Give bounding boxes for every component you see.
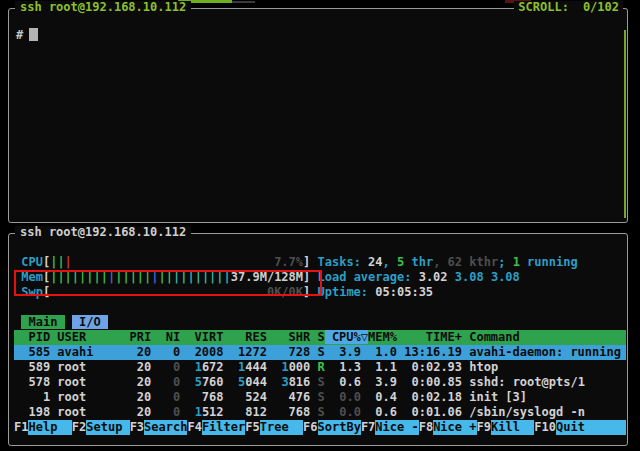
command-cell: htop [469, 360, 498, 374]
command-cell: avahi-daemon: running [469, 345, 621, 359]
stats-text: Load average: [318, 270, 419, 284]
mem-meter-label: Mem [21, 270, 43, 284]
fkey-f10-key[interactable]: F10 [534, 420, 556, 435]
fkey-f1-label[interactable]: Help [28, 420, 71, 435]
cpu-meter-value: 7.7% [274, 255, 303, 269]
mem-cell: 1.0 [368, 345, 404, 359]
pane-title: ssh root@192.168.10.112 [15, 1, 191, 14]
stats-text: , 62 kthr [433, 255, 498, 269]
fkey-f8-label[interactable]: Nice + [433, 420, 476, 435]
meter-bar-segment: |||||||| [50, 270, 108, 284]
fkey-f7-label[interactable]: Nice - [375, 420, 418, 435]
fkey-f5-label[interactable]: Tree [260, 420, 303, 435]
scroll-value: 0/102 [583, 0, 619, 14]
pri-cell: 20 [130, 405, 159, 419]
scroll-indicator: SCROLL:0/102 [514, 1, 623, 14]
pid-cell: 585 [14, 345, 57, 359]
fkey-f7-key[interactable]: F7 [361, 420, 375, 435]
pane-title: ssh root@192.168.10.112 [15, 226, 191, 239]
fkey-f8-key[interactable]: F8 [419, 420, 433, 435]
command-cell: sshd: root@pts/1 [469, 375, 585, 389]
fkey-f6-label[interactable]: SortBy [318, 420, 361, 435]
shell-prompt[interactable]: # [16, 28, 38, 43]
pid-cell: 1 [14, 390, 57, 404]
mem-meter-line: Mem[|||||||||||||||||||||||||37.9M/128M]… [14, 270, 626, 285]
fkey-f10-label[interactable]: Quit [556, 420, 626, 435]
sort-column-header[interactable]: CPU%▽ [325, 330, 368, 344]
process-row[interactable]: 1 root 20 0 768 524 476 S 0.0 0.4 0:02.1… [14, 390, 626, 405]
stats-text: 24 [368, 255, 382, 269]
meter-bar-segment: |||||||| [173, 270, 231, 284]
ni-cell: 0 [159, 405, 188, 419]
process-row[interactable]: 198 root 20 0 1512 812 768 S 0.0 0.6 0:0… [14, 405, 626, 420]
process-row[interactable]: 585 avahi 20 0 2008 1272 728 S 3.9 1.0 1… [14, 345, 626, 360]
stats-text: 3.08 [455, 270, 491, 284]
time-cell: 0:02.18 [404, 390, 469, 404]
state-cell: S [318, 405, 325, 419]
pid-cell: 589 [14, 360, 57, 374]
tab-main[interactable]: Main [21, 315, 64, 329]
spacer-line [14, 300, 626, 315]
tab-io[interactable]: I/O [72, 315, 108, 329]
fkey-f3-label[interactable]: Search [144, 420, 187, 435]
fkey-f2-label[interactable]: Setup [86, 420, 129, 435]
mem-cell: 3.9 [368, 375, 404, 389]
user-cell: avahi [57, 345, 129, 359]
header-cells: PID USER PRI NI VIRT RES SHR S [14, 330, 325, 344]
pri-cell: 20 [130, 375, 159, 389]
cpu-meter-label: CPU [21, 255, 43, 269]
stats-text: 3.02 [419, 270, 455, 284]
cpu-meter-line: CPU[||| 7.7%] Tasks: 24, 5 thr, 62 kthr;… [14, 255, 626, 270]
mem-cell: 1.1 [368, 360, 404, 374]
time-cell: 0:00.85 [404, 375, 469, 389]
stats-text: Tasks: [318, 255, 369, 269]
mem-meter-value: 37.9M/128M [231, 270, 303, 284]
process-row[interactable]: 589 root 20 0 1672 1444 1000 R 1.3 1.1 0… [14, 360, 626, 375]
stats-text: Uptime: [318, 285, 376, 299]
time-cell: 0:02.93 [404, 360, 469, 374]
terminal-pane-top[interactable]: ssh root@192.168.10.112 SCROLL:0/102 # [8, 8, 628, 223]
cpu-cell: 0.6 [332, 375, 368, 389]
pane-border [8, 8, 628, 223]
command-cell: init [3] [469, 390, 527, 404]
fkey-f9-label[interactable]: Kill [491, 420, 534, 435]
stats-text: 05:05:35 [375, 285, 433, 299]
function-key-bar: F1Help F2Setup F3SearchF4FilterF5Tree F6… [14, 420, 626, 435]
state-cell: S [318, 390, 325, 404]
pri-cell: 20 [130, 360, 159, 374]
fkey-f9-key[interactable]: F9 [477, 420, 491, 435]
state-cell: S [318, 345, 325, 359]
fkey-f6-key[interactable]: F6 [303, 420, 317, 435]
fkey-f1-key[interactable]: F1 [14, 420, 28, 435]
fkey-f5-key[interactable]: F5 [245, 420, 259, 435]
state-cell: S [318, 375, 325, 389]
text-cursor [29, 28, 38, 41]
scrollbar[interactable] [624, 30, 626, 218]
header-cells: MEM% TIME+ Command [368, 330, 626, 344]
pri-cell: 20 [130, 390, 159, 404]
table-header-row[interactable]: PID USER PRI NI VIRT RES SHR S CPU%▽MEM%… [14, 330, 626, 345]
fkey-f4-label[interactable]: Filter [202, 420, 245, 435]
pid-cell: 578 [14, 375, 57, 389]
swp-meter-line: Swp[ 0K/0K] Uptime: 05:05:35 [14, 285, 626, 300]
scroll-label: SCROLL: [518, 0, 569, 14]
cpu-cell: 0.0 [332, 405, 368, 419]
fkey-f3-key[interactable]: F3 [130, 420, 144, 435]
cpu-cell: 1.3 [332, 360, 368, 374]
state-cell: R [318, 360, 325, 374]
fkey-f4-key[interactable]: F4 [187, 420, 201, 435]
cpu-cell: 3.9 [332, 345, 368, 359]
meter-bar-segment: || [159, 270, 173, 284]
time-cell: 13:16.19 [404, 345, 469, 359]
process-row[interactable]: 578 root 20 0 5760 5044 3816 S 0.6 3.9 0… [14, 375, 626, 390]
meter-bar-segment: ||||| [115, 270, 151, 284]
meter-bar-segment: | [151, 270, 158, 284]
ni-cell: 0 [159, 360, 188, 374]
stats-text: 1 [513, 255, 520, 269]
tab-bar: Main I/O [14, 315, 626, 330]
stats-text: 3.08 [491, 270, 520, 284]
fkey-f2-key[interactable]: F2 [72, 420, 86, 435]
terminal-pane-bottom[interactable]: ssh root@192.168.10.112 CPU[||| 7.7%] Ta… [8, 233, 628, 446]
ni-cell: 0 [159, 375, 188, 389]
ni-cell: 0 [159, 390, 188, 404]
